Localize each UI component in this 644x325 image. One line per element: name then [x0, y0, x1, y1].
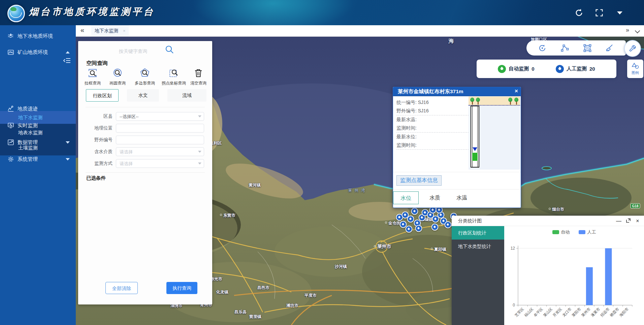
- well-column: [471, 106, 479, 168]
- station-field: 野外编号: SJ16: [396, 107, 469, 115]
- station-field: 最新水温:: [396, 115, 469, 124]
- tab-admin-division-stats[interactable]: 行政区划统计: [452, 226, 504, 240]
- chevron-down-icon: [198, 151, 201, 153]
- field-label: 地理位置: [88, 124, 112, 133]
- monitoring-point-marker[interactable]: [431, 224, 439, 231]
- vertex-coordinate-query-tool[interactable]: 拐点坐标查询: [160, 68, 188, 86]
- clear-brush-icon[interactable]: [606, 44, 614, 52]
- svg-text:12: 12: [511, 246, 515, 251]
- refresh-icon[interactable]: [574, 8, 584, 17]
- bar-莱州市-人工[interactable]: [586, 267, 593, 305]
- area-measure-icon[interactable]: [583, 44, 592, 52]
- chevron-down-icon: [198, 115, 201, 117]
- field-label: 区县: [88, 112, 112, 121]
- tabs-scroll-right-icon[interactable]: »: [626, 27, 629, 34]
- sidebar-item-groundwater-geo-env[interactable]: 地下水地质环境: [0, 29, 76, 43]
- field-number-input[interactable]: [116, 136, 204, 144]
- monitoring-point-marker[interactable]: [407, 216, 414, 223]
- data-manage-icon: [7, 139, 14, 146]
- sidebar-item-label: 矿山地质环境: [18, 49, 48, 56]
- x-axis-label: 牟平区: [533, 307, 544, 318]
- sidebar-item-data-management[interactable]: 数据管理: [0, 136, 76, 149]
- tab-groundwater-type-stats[interactable]: 地下水类型统计: [452, 240, 504, 253]
- geo-relic-icon: [7, 105, 14, 112]
- monitoring-point-marker[interactable]: [445, 221, 452, 228]
- map-toolbar: [526, 40, 626, 56]
- statistics-panel-title: 分类统计图: [458, 218, 482, 224]
- monitoring-point-marker[interactable]: [411, 208, 418, 215]
- manual-monitor-icon: [556, 65, 564, 73]
- station-popup-title: 莱州市金城镇红布村东371m: [393, 87, 521, 96]
- search-icon[interactable]: [165, 45, 174, 54]
- popup-close-icon[interactable]: ×: [515, 88, 518, 95]
- auto-monitor-label: 自动监测: [509, 66, 529, 72]
- popup-tab-water-level[interactable]: 水位: [393, 191, 419, 204]
- station-field: 最新水位:: [396, 133, 469, 141]
- close-icon[interactable]: ×: [635, 218, 641, 224]
- sidebar-item-system-management[interactable]: 系统管理: [0, 152, 76, 166]
- wrench-icon: [629, 44, 637, 52]
- water-level-marker-icon: [473, 147, 477, 151]
- tool-label: 画圆查询: [106, 80, 129, 86]
- app-header: 烟台市地质环境监测平台: [0, 0, 644, 25]
- sidebar-item-label: 实时监测: [18, 122, 38, 129]
- fullscreen-icon[interactable]: [594, 8, 604, 17]
- system-manage-icon: [7, 156, 14, 162]
- spatial-query-title: 空间查询: [86, 60, 108, 67]
- execute-query-button[interactable]: 执行查询: [166, 282, 197, 294]
- popup-tab-water-temperature[interactable]: 水温: [449, 191, 475, 204]
- statistics-panel-header: 分类统计图 — ×: [452, 216, 644, 226]
- aquifer-medium-select[interactable]: 请选择: [116, 147, 204, 156]
- auto-monitor-count[interactable]: 自动监测 0: [498, 65, 534, 73]
- tab-admin-division[interactable]: 行政区划: [86, 89, 119, 102]
- history-reset-icon[interactable]: [538, 44, 547, 52]
- sidebar-item-geo-relic[interactable]: 地质遗迹: [0, 102, 76, 115]
- popup-tab-water-quality[interactable]: 水质: [422, 191, 448, 204]
- form-row-field-number: 野外编号: [78, 136, 212, 144]
- tool-label: 拉框查询: [81, 80, 104, 86]
- x-axis-label: 开发区: [552, 307, 563, 318]
- map-legend-button[interactable]: 图例: [627, 60, 643, 78]
- map-tools-toggle-button[interactable]: [624, 40, 641, 57]
- app-root: 海旅顺口区莱州湾垦利区利津区黄河镇东营市金仓街道金城镇夏邱镇莱州市招远市烟台市沙…: [0, 0, 644, 325]
- location-input[interactable]: [116, 124, 204, 133]
- tab-watershed[interactable]: 流域: [167, 89, 206, 102]
- bar-招远市-人工[interactable]: [605, 248, 612, 305]
- box-query-tool[interactable]: 拉框查询: [81, 68, 104, 86]
- svg-text:0: 0: [513, 303, 515, 308]
- auto-monitor-value: 0: [532, 66, 534, 72]
- sidebar-collapse-icon[interactable]: [63, 58, 71, 64]
- groundwater-env-icon: [7, 33, 14, 39]
- expand-icon[interactable]: [625, 218, 631, 224]
- spatial-query-panel: 空间查询 拉框查询 画圆查询 多边形查询: [78, 41, 212, 304]
- clear-all-button[interactable]: 全部清除: [105, 282, 138, 294]
- x-axis-label: 蓬莱市: [590, 307, 601, 318]
- minimize-icon[interactable]: —: [616, 218, 622, 224]
- sidebar-item-realtime-monitoring[interactable]: 实时监测: [0, 119, 76, 132]
- tab-groundwater-monitoring[interactable]: 地下水监测 ×: [91, 25, 129, 36]
- sidebar-item-label: 地下水地质环境: [18, 33, 53, 39]
- station-basic-info-link[interactable]: 监测点基本信息: [396, 175, 442, 186]
- distance-measure-icon[interactable]: [560, 44, 569, 52]
- tree-icon: [514, 98, 518, 105]
- tab-close-icon[interactable]: ×: [123, 28, 126, 33]
- x-axis-label: 芝罘区: [514, 307, 525, 318]
- tabs-collapse-left-icon[interactable]: «: [80, 26, 84, 34]
- circle-query-tool[interactable]: 画圆查询: [106, 68, 129, 86]
- tree-icon: [476, 98, 480, 105]
- tool-label: 多边形查询: [133, 80, 157, 86]
- monitoring-point-marker[interactable]: [415, 225, 422, 232]
- tab-hydrology[interactable]: 水文: [127, 89, 159, 102]
- station-popup: 莱州市金城镇红布村东371m × 统一编号: SJ16 野外编号: SJ16 最…: [393, 87, 521, 208]
- manual-monitor-count[interactable]: 人工监测 20: [556, 65, 595, 73]
- tree-icon: [508, 98, 512, 105]
- monitor-method-select[interactable]: 请选择: [116, 159, 204, 168]
- tool-label: 清空查询: [187, 80, 210, 86]
- sidebar-item-mine-geo-env[interactable]: 矿山地质环境: [0, 45, 76, 59]
- tabs-expand-icon[interactable]: [636, 28, 639, 34]
- polygon-query-tool[interactable]: 多边形查询: [133, 68, 157, 86]
- district-select[interactable]: --选择区--: [116, 112, 204, 121]
- user-menu-dropdown-icon[interactable]: [616, 8, 625, 17]
- clear-query-tool[interactable]: 清空查询: [187, 68, 210, 86]
- monitoring-point-marker[interactable]: [406, 226, 413, 233]
